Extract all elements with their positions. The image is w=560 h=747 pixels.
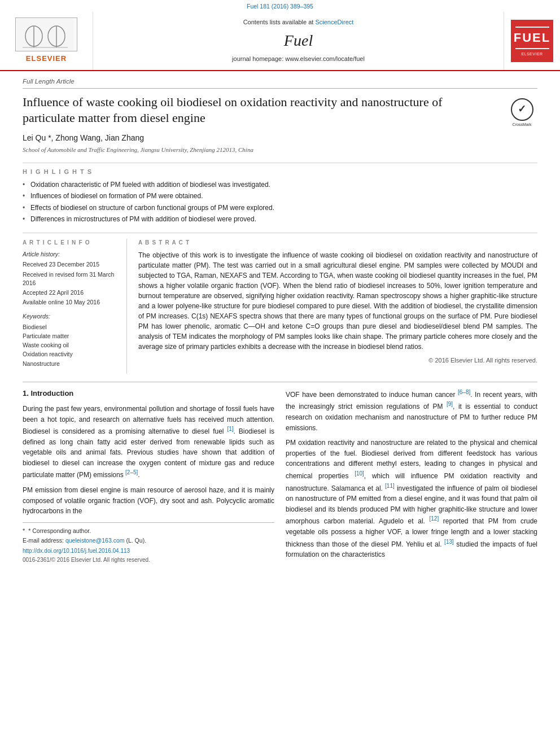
history-accepted: Accepted 22 April 2016 [23,289,120,297]
article-type-label: Full Length Article [23,77,537,89]
contents-available-line: Contents lists available at ScienceDirec… [243,18,354,27]
keyword-5: Nanostructure [23,360,120,368]
footnote-corresponding: * * Corresponding author. [23,526,274,536]
history-revised: Received in revised form 31 March 2016 [23,270,120,287]
title-text: Influence of waste cooking oil biodiesel… [23,95,443,125]
elsevier-wordmark: ELSEVIER [26,54,67,64]
body-right-para-2: PM oxidation reactivity and nanostructur… [286,438,537,560]
email-label: E-mail address: [23,537,64,544]
elsevier-logo-image [15,18,77,51]
ref-9[interactable]: [9] [447,401,453,407]
affiliation: School of Automobile and Traffic Enginee… [23,146,537,155]
keyword-4: Oxidation reactivity [23,350,120,359]
ref-12[interactable]: [12] [430,516,439,522]
journal-homepage: journal homepage: www.elsevier.com/locat… [232,55,365,64]
highlights-list: Oxidation characteristic of PM fueled wi… [23,180,537,225]
keywords-label: Keywords: [23,312,120,321]
email-address[interactable]: queleistone@163.com [65,537,125,544]
doi-top-line: Fuel 181 (2016) 389–395 [0,0,560,12]
body-section: 1. Introduction During the past few year… [23,382,537,565]
crossmark-label: CrossMark [513,122,532,127]
ref-2-5[interactable]: [2–5] [125,469,138,475]
keyword-3: Waste cooking oil [23,341,120,350]
abstract-text: The objective of this work is to investi… [138,250,537,352]
keywords-group: Keywords: Biodiesel Particulate matter W… [23,312,120,368]
contents-text: Contents lists available at [243,19,314,25]
history-received: Received 23 December 2015 [23,260,120,269]
ref-11[interactable]: [11] [385,483,395,489]
crossmark-icon: ✓ [511,98,533,121]
article-info-column: A R T I C L E I N F O Article history: R… [23,239,127,374]
fuel-logo-line-bottom [515,48,549,49]
body-right-para-1: VOF have been demonstrated to induce hum… [286,388,537,433]
intro-heading: 1. Introduction [23,388,274,399]
fuel-logo-area: FUEL ELSEVIER [504,12,560,70]
sciencedirect-link[interactable]: ScienceDirect [315,19,353,25]
abstract-section-label: A B S T R A C T [138,239,537,247]
copyright-line: © 2016 Elsevier Ltd. All rights reserved… [138,356,537,365]
fuel-logo-box: FUEL ELSEVIER [511,20,553,62]
doi-bottom[interactable]: http://dx.doi.org/10.1016/j.fuel.2016.04… [23,547,274,556]
fuel-logo-text: FUEL [514,29,550,47]
journal-header: ELSEVIER Contents lists available at Sci… [0,12,560,71]
highlight-item-1: Oxidation characteristic of PM fueled wi… [23,180,537,190]
article-title: Influence of waste cooking oil biodiesel… [23,94,537,126]
intro-para-1: During the past few years, environmental… [23,404,274,480]
authors-text: Lei Qu *, Zhong Wang, Jian Zhang [23,133,144,142]
authors-line: Lei Qu *, Zhong Wang, Jian Zhang [23,132,537,143]
fuel-logo-line-top [515,27,549,28]
doi-top-text: Fuel 181 (2016) 389–395 [247,3,313,10]
body-col-left: 1. Introduction During the past few year… [23,388,274,565]
elsevier-logo-area: ELSEVIER [0,12,93,70]
journal-title-display: Fuel [284,29,313,53]
footnote-star: * [23,527,25,534]
issn-line: 0016-2361/© 2016 Elsevier Ltd. All right… [23,556,274,565]
keyword-2: Particulate matter [23,332,120,340]
body-two-col: 1. Introduction During the past few year… [23,388,537,565]
ref-13[interactable]: [13] [444,539,454,545]
ref-10[interactable]: [10] [355,470,364,477]
elsevier-logo: ELSEVIER [15,18,77,64]
history-online: Available online 10 May 2016 [23,298,120,307]
highlight-item-4: Differences in microstructures of PM wit… [23,215,537,224]
body-col-right: VOF have been demonstrated to induce hum… [286,388,537,565]
article-info-abstract-section: A R T I C L E I N F O Article history: R… [23,233,537,374]
abstract-column: A B S T R A C T The objective of this wo… [138,239,537,374]
fuel-logo-subtext: ELSEVIER [521,51,542,57]
footnote-email-line: E-mail address: queleistone@163.com (L. … [23,536,274,545]
history-label: Article history: [23,250,120,259]
article-history: Article history: Received 23 December 20… [23,250,120,307]
footnote-area: * * Corresponding author. E-mail address… [23,522,274,564]
page: Fuel 181 (2016) 389–395 E [0,0,560,747]
keywords-list: Biodiesel Particulate matter Waste cooki… [23,323,120,368]
ref-1[interactable]: [1] [227,426,233,432]
corresponding-text: * Corresponding author. [28,527,91,534]
article-info-section-label: A R T I C L E I N F O [23,239,120,247]
highlight-item-2: Influences of biodiesel on formation of … [23,191,537,201]
journal-center: Contents lists available at ScienceDirec… [93,12,504,70]
highlight-item-3: Effects of biodiesel on structure of car… [23,203,537,213]
email-suffix: (L. Qu). [126,537,146,544]
highlights-label: H I G H L I G H T S [23,163,537,177]
main-content: Full Length Article Influence of waste c… [0,71,560,576]
crossmark-badge[interactable]: ✓ CrossMark [506,97,537,128]
intro-para-2: PM emission from diesel engine is main r… [23,485,274,517]
ref-6-8[interactable]: [6–8] [458,389,470,395]
keyword-1: Biodiesel [23,323,120,331]
